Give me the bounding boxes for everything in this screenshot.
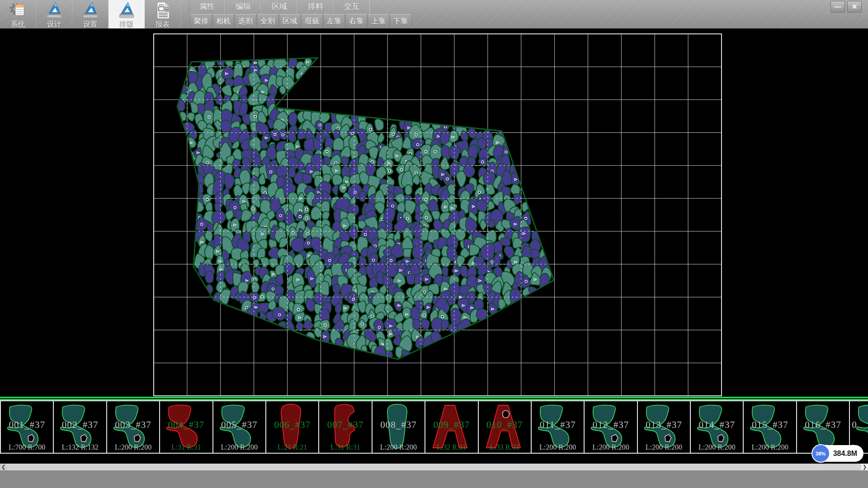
part-lr-count: L:32 R:31	[425, 443, 477, 451]
part-name: 011_#37	[532, 419, 584, 431]
main-button-2[interactable]: 设计	[36, 0, 72, 28]
main-button-label: 报表	[156, 20, 170, 29]
part-name: 015_#37	[744, 419, 796, 431]
part-lr-count: L:200 R:200	[585, 443, 637, 451]
part-lr-count: L:200 R:200	[373, 443, 425, 451]
tool-button-3[interactable]: 选割	[235, 14, 256, 28]
part-thumbnail-14[interactable]: 014_#37L:200 R:200	[690, 400, 744, 454]
part-thumbnail-9[interactable]: 009_#37L:32 R:31	[425, 400, 478, 454]
part-lr-count: L:132 R:132	[54, 443, 106, 451]
main-mode-buttons: 系统设计设置排版报表	[0, 0, 181, 28]
part-lr-count: L:31 R:31	[160, 443, 212, 451]
part-name: 0	[850, 419, 868, 431]
part-thumbnail-11[interactable]: 011_#37L:200 R:200	[531, 400, 585, 454]
toolbar: 系统设计设置排版报表 属性编辑区域排料交互 聚排相机选割全割区域瑕疵左靠右靠上靠…	[0, 0, 868, 28]
main-button-3[interactable]: 设置	[72, 0, 108, 28]
close-button[interactable]: ✕	[847, 1, 862, 13]
part-thumbnail-15[interactable]: 015_#37L:200 R:200	[743, 400, 797, 454]
part-thumbnail-6[interactable]: 006_#37L:21 R:21	[265, 400, 319, 454]
main-button-label: 设计	[47, 20, 61, 29]
nesting-canvas[interactable]	[0, 28, 868, 397]
part-lr-count: L:200 R:200	[213, 443, 265, 451]
main-button-label: 系统	[11, 20, 25, 29]
minimize-button[interactable]: —	[830, 1, 845, 13]
main-button-4[interactable]: 排版	[108, 0, 145, 28]
part-thumbnail-12[interactable]: 012_#37L:200 R:200	[584, 400, 637, 454]
menu-item-4[interactable]: 排料	[297, 1, 334, 13]
part-name: 001_#37	[1, 419, 53, 431]
status-badge: 38% 384.8M	[812, 445, 863, 462]
part-name: 003_#37	[107, 419, 159, 431]
part-name: 005_#37	[213, 419, 265, 431]
part-name: 012_#37	[585, 419, 637, 431]
part-name: 010_#37	[479, 419, 531, 431]
system-gear-icon	[9, 1, 27, 19]
part-thumbnail-5[interactable]: 005_#37L:200 R:200	[212, 400, 266, 454]
part-thumbnail-10[interactable]: 010_#37L:33 R:33	[478, 400, 532, 454]
part-name: 013_#37	[638, 419, 690, 431]
strip-separator	[0, 397, 868, 400]
part-name: 014_#37	[691, 419, 743, 431]
part-name: 002_#37	[54, 419, 106, 431]
part-lr-count: L:31 R:31	[319, 443, 371, 451]
tool-button-row: 聚排相机选割全割区域瑕疵左靠右靠上靠下靠	[190, 14, 412, 28]
menu-item-1[interactable]: 属性	[189, 1, 225, 13]
tool-button-4[interactable]: 全割	[257, 14, 278, 28]
tool-button-10[interactable]: 下靠	[390, 14, 411, 28]
menu-item-5[interactable]: 交互	[334, 1, 370, 13]
part-name: 006_#37	[266, 419, 318, 431]
part-thumbnail-2[interactable]: 002_#37L:132 R:132	[53, 400, 107, 454]
part-lr-count: L:200 R:200	[638, 443, 690, 451]
part-lr-count: L:21 R:21	[266, 443, 318, 451]
part-thumbnail-13[interactable]: 013_#37L:200 R:200	[637, 400, 691, 454]
main-button-1[interactable]: 系统	[0, 0, 36, 28]
menu-item-3[interactable]: 区域	[261, 1, 297, 13]
application-window: 系统设计设置排版报表 属性编辑区域排料交互 聚排相机选割全割区域瑕疵左靠右靠上靠…	[0, 0, 868, 488]
main-button-5[interactable]: 报表	[145, 0, 181, 28]
tool-button-6[interactable]: 瑕疵	[301, 14, 323, 28]
design-ruler-icon	[45, 1, 63, 19]
nesting-ruler-icon	[118, 1, 136, 19]
part-lr-count: L:700 R:700	[1, 443, 53, 451]
part-name: 007_#37	[319, 419, 371, 431]
settings-ruler-icon	[81, 1, 99, 19]
menu-item-2[interactable]: 编辑	[225, 1, 261, 13]
parts-strip: 001_#37L:700 R:700002_#37L:132 R:132003_…	[0, 400, 868, 454]
memory-usage: 384.8M	[833, 450, 857, 458]
part-thumbnail-8[interactable]: 008_#37L:200 R:200	[372, 400, 425, 454]
part-name: 004_#37	[160, 419, 212, 431]
part-thumbnail-4[interactable]: 004_#37L:31 R:31	[159, 400, 213, 454]
part-name: 016_#37	[797, 419, 849, 431]
window-controls: — ✕	[828, 1, 862, 13]
report-document-icon	[154, 1, 172, 19]
part-thumbnail-3[interactable]: 003_#37L:200 R:200	[106, 400, 160, 454]
scroll-left-button[interactable]: ❮	[0, 464, 7, 470]
part-lr-count: L:200 R:200	[107, 443, 159, 451]
progress-circle: 38%	[811, 444, 830, 463]
part-lr-count: L:33 R:33	[479, 443, 531, 451]
part-lr-count: L:200 R:200	[532, 443, 584, 451]
menu-bar: 属性编辑区域排料交互	[189, 1, 370, 13]
tool-button-2[interactable]: 相机	[212, 14, 234, 28]
tool-button-9[interactable]: 上靠	[368, 14, 389, 28]
tool-button-1[interactable]: 聚排	[190, 14, 212, 28]
tool-button-5[interactable]: 区域	[279, 14, 301, 28]
part-thumbnail-1[interactable]: 001_#37L:700 R:700	[0, 400, 54, 454]
tool-button-7[interactable]: 左靠	[323, 14, 345, 28]
part-thumbnail-7[interactable]: 007_#37L:31 R:31	[318, 400, 372, 454]
tool-button-8[interactable]: 右靠	[345, 14, 367, 28]
part-lr-count: L:200 R:200	[691, 443, 743, 451]
nesting-workspace	[0, 28, 868, 397]
scroll-right-button[interactable]: ❯	[861, 464, 868, 470]
horizontal-scrollbar[interactable]: ❮ ❯	[0, 464, 868, 470]
part-name: 008_#37	[373, 419, 425, 431]
part-lr-count: L:200 R:200	[744, 443, 796, 451]
bottom-filler	[0, 470, 868, 488]
part-name: 009_#37	[425, 419, 477, 431]
main-button-label: 设置	[83, 20, 98, 29]
main-button-label: 排版	[119, 20, 134, 29]
